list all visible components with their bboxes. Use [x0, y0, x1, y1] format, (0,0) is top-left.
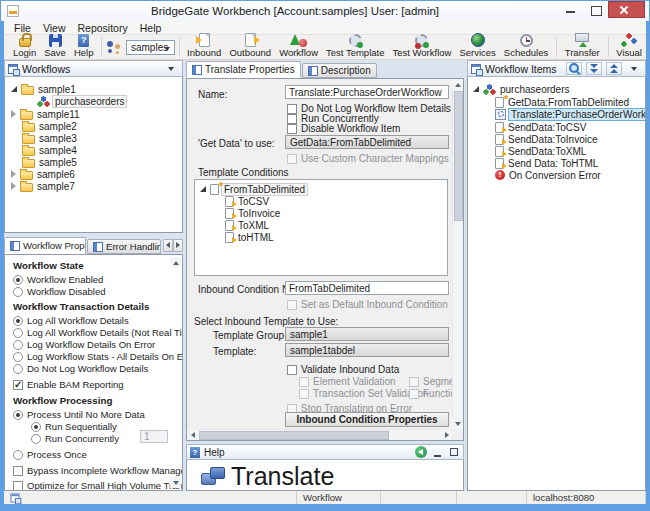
tree-item-getdata[interactable]: GetData:FromTabDelimited — [495, 96, 629, 108]
checkbox-bypass-incomplete[interactable]: Bypass Incomplete Workflow Manager — [13, 465, 183, 476]
tab-icon — [93, 242, 103, 252]
radio-no-log[interactable]: Do Not Log Workflow Details — [13, 363, 148, 374]
checkbox-validate-inbound[interactable]: Validate Inbound Data — [287, 364, 399, 375]
tree-item-sample4[interactable]: sample4 — [22, 144, 77, 156]
help-button[interactable]: Help — [70, 35, 98, 59]
account-select[interactable]: samples — [126, 40, 175, 55]
tab-workflow-properties[interactable]: Workflow Properties — [4, 237, 86, 254]
radio-log-all-not-realtime[interactable]: Log All Workflow Details (Not Real Time) — [13, 327, 183, 338]
maximize-button[interactable] — [583, 1, 608, 18]
tab-translate-properties[interactable]: Translate Properties — [186, 61, 301, 78]
scroll-left-button[interactable] — [187, 429, 198, 440]
inbound-condition-name-input[interactable]: FromTabDelimited — [285, 281, 449, 295]
tree-item-sample11[interactable]: sample11 — [11, 108, 80, 120]
radio-run-sequentially[interactable]: Run Sequentially — [31, 421, 117, 432]
getdata-select[interactable]: GetData:FromTabDelimited — [285, 135, 449, 149]
tree-item-senddata-toinvoice[interactable]: SendData:ToInvoice — [495, 133, 598, 145]
radio-log-all[interactable]: Log All Workflow Details — [13, 315, 129, 326]
tree-item-sample2[interactable]: sample2 — [22, 120, 77, 132]
radio-workflow-disabled[interactable]: Workflow Disabled — [13, 286, 106, 297]
tab-icon — [10, 241, 20, 251]
test-template-button[interactable]: Test Template — [322, 35, 388, 59]
panel-menu-button[interactable] — [626, 62, 642, 75]
template-select[interactable]: sample1tabdel — [285, 343, 449, 357]
tab-error-handling[interactable]: Error Handling Pr — [87, 239, 161, 254]
name-input[interactable]: Translate:PurchaseOrderWorkflow — [285, 85, 449, 99]
checkbox-optimize-small[interactable]: Optimize for Small High Volume Transacti… — [13, 480, 183, 491]
template-group-select[interactable]: sample1 — [285, 327, 449, 341]
radio-process-until[interactable]: Process Until No More Data — [13, 409, 145, 420]
concurrent-count-input: 1 — [140, 430, 168, 443]
help-minimize-button[interactable] — [431, 446, 443, 459]
scrollbar-thumb[interactable] — [199, 431, 389, 440]
scroll-up-button[interactable] — [452, 79, 463, 90]
tree-item-sample7[interactable]: sample7 — [11, 180, 75, 192]
transfer-button[interactable]: Transfer — [561, 35, 604, 59]
menu-view[interactable]: View — [37, 22, 72, 34]
radio-log-stats[interactable]: Log Workflow Stats - All Details On Erro… — [13, 351, 183, 362]
radio-log-on-error[interactable]: Log Workflow Details On Error — [13, 339, 155, 350]
checkbox-icon — [13, 466, 23, 476]
tab-scroll-right-button[interactable] — [173, 239, 183, 252]
expand-all-button[interactable] — [586, 62, 602, 75]
menu-repository[interactable]: Repository — [72, 22, 134, 34]
scroll-up-button[interactable] — [170, 257, 181, 268]
search-button[interactable] — [566, 62, 582, 75]
visual-dots-icon — [621, 33, 637, 47]
minimize-button[interactable] — [558, 1, 583, 18]
tree-item-purchaseorders[interactable]: purchaseorders — [37, 95, 127, 107]
main-area: Workflows sample1 purchaseorders sampl — [4, 60, 646, 491]
help-maximize-button[interactable] — [447, 446, 460, 459]
outbound-button[interactable]: Outbound — [225, 35, 275, 59]
tree-item-senddata-tohtml[interactable]: Send Data: ToHTML — [495, 157, 598, 169]
scroll-down-button[interactable] — [452, 418, 463, 429]
tree-item-fromtabdelimited[interactable]: FromTabDelimited — [195, 183, 447, 195]
scroll-right-button[interactable] — [441, 429, 452, 440]
tree-item-toxml[interactable]: ToXML — [195, 219, 447, 231]
tree-item-purchaseorders[interactable]: purchaseorders — [473, 83, 569, 95]
tree-item-senddata-toxml[interactable]: SendData:ToXML — [495, 145, 586, 157]
tree-item-tocsv[interactable]: ToCSV — [195, 195, 447, 207]
inbound-button[interactable]: Inbound — [183, 35, 225, 59]
tree-item-on-conversion-error[interactable]: On Conversion Error — [495, 169, 601, 181]
radio-workflow-enabled[interactable]: Workflow Enabled — [13, 274, 103, 285]
checkbox-disable-item[interactable]: Disable Workflow Item — [287, 123, 400, 134]
tree-item-senddata-tocsv[interactable]: SendData:ToCSV — [495, 121, 586, 133]
tab-description[interactable]: Description — [302, 63, 377, 78]
tree-item-sample1[interactable]: sample1 — [11, 83, 76, 95]
tree-item-sample5[interactable]: sample5 — [22, 156, 77, 168]
checkbox-bam-reporting[interactable]: Enable BAM Reporting — [13, 379, 124, 390]
tree-item-tohtml[interactable]: toHTML — [195, 231, 447, 243]
scroll-down-button[interactable] — [170, 477, 181, 488]
tree-label: sample4 — [39, 145, 77, 156]
properties-panel: Workflow Properties Error Handling Pr Wo… — [4, 236, 183, 491]
tab-scroll-left-button[interactable] — [163, 239, 173, 252]
menu-help[interactable]: Help — [134, 22, 168, 34]
close-button[interactable] — [608, 1, 645, 18]
schedules-button[interactable]: Schedules — [500, 35, 552, 59]
help-icon — [190, 447, 200, 458]
tree-item-translate[interactable]: Translate:PurchaseOrderWorkflow — [495, 108, 646, 120]
tree-item-toinvoice[interactable]: ToInvoice — [195, 207, 447, 219]
back-icon[interactable] — [415, 446, 427, 458]
panel-menu-button[interactable] — [163, 62, 179, 75]
workflow-items-tree: purchaseorders GetData:FromTabDelimited … — [467, 77, 646, 491]
visual-button[interactable]: Visual — [612, 35, 646, 59]
horizontal-scrollbar[interactable] — [187, 429, 452, 440]
scrollbar-thumb[interactable] — [454, 91, 463, 221]
help-panel-title: Help — [204, 447, 225, 458]
radio-run-concurrently[interactable]: Run Concurrently — [31, 433, 119, 444]
inbound-condition-properties-button[interactable]: Inbound Condition Properties — [285, 412, 449, 427]
tree-item-sample3[interactable]: sample3 — [22, 132, 77, 144]
login-button[interactable]: Login — [9, 35, 40, 59]
test-workflow-button[interactable]: Test Workflow — [388, 35, 455, 59]
vertical-scrollbar[interactable] — [452, 79, 463, 429]
tree-item-sample6[interactable]: sample6 — [11, 168, 75, 180]
workflow-button[interactable]: Workflow — [275, 35, 322, 59]
services-button[interactable]: Services — [455, 35, 499, 59]
radio-process-once[interactable]: Process Once — [13, 449, 87, 460]
section-transaction-details: Workflow Transaction Details — [13, 301, 149, 312]
tree-label: sample1 — [38, 84, 76, 95]
collapse-all-button[interactable] — [606, 62, 622, 75]
save-button[interactable]: Save — [40, 35, 70, 59]
